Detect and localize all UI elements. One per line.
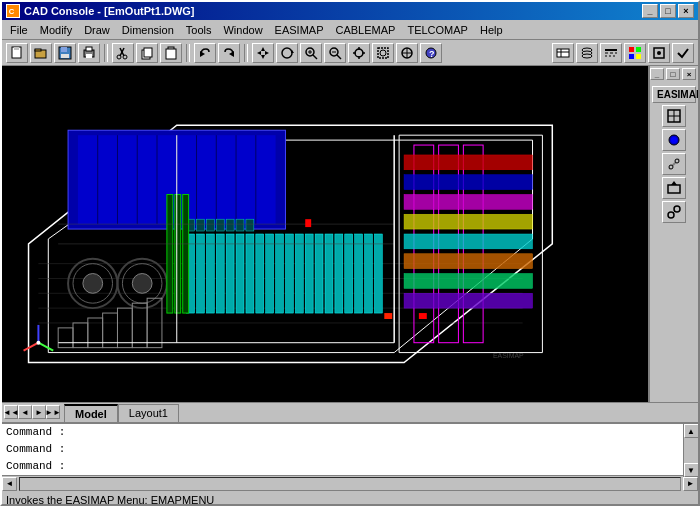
- svg-rect-117: [246, 219, 254, 231]
- svg-line-33: [337, 55, 341, 59]
- svg-rect-97: [246, 234, 254, 313]
- help-button[interactable]: ?: [420, 43, 442, 63]
- svg-rect-112: [197, 219, 205, 231]
- redo-button[interactable]: [218, 43, 240, 63]
- tab-nav-first[interactable]: ◄◄: [4, 405, 18, 419]
- layers-button[interactable]: [576, 43, 598, 63]
- tab-layout1[interactable]: Layout1: [118, 404, 179, 422]
- inner-maximize[interactable]: □: [666, 68, 680, 80]
- svg-rect-104: [315, 234, 323, 313]
- inner-close[interactable]: ×: [682, 68, 696, 80]
- menu-file[interactable]: File: [4, 22, 34, 38]
- scroll-up-button[interactable]: ▲: [684, 424, 699, 438]
- undo-button[interactable]: [194, 43, 216, 63]
- scroll-left-button[interactable]: ◄: [2, 477, 17, 491]
- status-bar: Invokes the EASIMAP Menu: EMAPMENU: [2, 490, 698, 506]
- svg-marker-23: [261, 55, 265, 59]
- svg-rect-161: [668, 185, 680, 193]
- app-icon: C: [6, 4, 20, 18]
- viewport-with-tabs: EASIMAP _ □ × EASIMAP: [2, 66, 698, 422]
- command-line-3: Command :: [2, 458, 682, 475]
- zoom-extents-button[interactable]: [348, 43, 370, 63]
- svg-rect-96: [236, 234, 244, 313]
- svg-text:?: ?: [429, 49, 435, 59]
- checkmark-button[interactable]: [672, 43, 694, 63]
- new-button[interactable]: [6, 43, 28, 63]
- panel-btn-4[interactable]: [662, 177, 686, 199]
- menu-help[interactable]: Help: [474, 22, 509, 38]
- tab-row: ◄◄ ◄ ► ►► Model Layout1: [2, 402, 698, 422]
- pan-button[interactable]: [396, 43, 418, 63]
- svg-rect-125: [167, 194, 173, 313]
- copy-button[interactable]: [136, 43, 158, 63]
- svg-line-29: [313, 55, 317, 59]
- open-button[interactable]: [30, 43, 52, 63]
- svg-rect-107: [345, 234, 353, 313]
- command-scrollbar: ▲ ▼: [683, 424, 698, 477]
- panel-btn-1[interactable]: [662, 105, 686, 127]
- paste-button[interactable]: [160, 43, 182, 63]
- title-bar-left: C CAD Console - [EmOutPt1.DWG]: [6, 4, 195, 18]
- viewport-row: EASIMAP _ □ × EASIMAP: [2, 66, 698, 402]
- print-button[interactable]: [78, 43, 100, 63]
- title-controls: _ □ ×: [642, 4, 694, 18]
- zoom-window-button[interactable]: [372, 43, 394, 63]
- drawing-area[interactable]: EASIMAP: [2, 66, 648, 402]
- menu-window[interactable]: Window: [217, 22, 268, 38]
- scroll-right-button[interactable]: ►: [683, 477, 698, 491]
- svg-rect-7: [61, 47, 67, 52]
- viewport-layout: EASIMAP _ □ × EASIMAP: [2, 66, 698, 506]
- svg-rect-63: [636, 54, 641, 59]
- separator-3: [244, 44, 248, 62]
- inner-minimize[interactable]: _: [650, 68, 664, 80]
- svg-line-165: [673, 211, 675, 213]
- properties-button[interactable]: [552, 43, 574, 63]
- linetype-button[interactable]: [600, 43, 622, 63]
- menu-modify[interactable]: Modify: [34, 22, 78, 38]
- svg-point-14: [117, 55, 121, 59]
- command-area: Command : Command : Command : ▲ ▼ ◄ ►: [2, 422, 698, 490]
- maximize-button[interactable]: □: [660, 4, 676, 18]
- svg-rect-8: [61, 54, 69, 58]
- panel-btn-5[interactable]: [662, 201, 686, 223]
- minimize-button[interactable]: _: [642, 4, 658, 18]
- svg-rect-99: [266, 234, 274, 313]
- zoom-in-button[interactable]: [300, 43, 322, 63]
- status-text: Invokes the EASIMAP Menu: EMAPMENU: [6, 494, 214, 506]
- bottom-scrollbar: ◄ ►: [2, 475, 698, 491]
- object-snap-button[interactable]: [648, 43, 670, 63]
- svg-rect-126: [175, 194, 181, 313]
- menu-bar: File Modify Draw Dimension Tools Window …: [2, 20, 698, 40]
- panel-btn-2[interactable]: [662, 129, 686, 151]
- scroll-down-button[interactable]: ▼: [684, 463, 699, 477]
- svg-rect-47: [557, 49, 569, 57]
- tab-model[interactable]: Model: [64, 404, 118, 422]
- svg-rect-106: [335, 234, 343, 313]
- tab-nav-next[interactable]: ►: [32, 405, 46, 419]
- toolbar: ?: [2, 40, 698, 66]
- zoom-out-button[interactable]: [324, 43, 346, 63]
- svg-rect-92: [197, 234, 205, 313]
- rotate-button[interactable]: [276, 43, 298, 63]
- menu-dimension[interactable]: Dimension: [116, 22, 180, 38]
- svg-rect-98: [256, 234, 264, 313]
- move-button[interactable]: [252, 43, 274, 63]
- color-button[interactable]: [624, 43, 646, 63]
- command-line-2: Command :: [2, 441, 682, 458]
- h-scroll-track[interactable]: [19, 477, 681, 491]
- menu-draw[interactable]: Draw: [78, 22, 116, 38]
- save-button[interactable]: [54, 43, 76, 63]
- close-button[interactable]: ×: [678, 4, 694, 18]
- svg-rect-139: [404, 293, 532, 308]
- cut-button[interactable]: [112, 43, 134, 63]
- menu-easimap[interactable]: EASIMAP: [269, 22, 330, 38]
- menu-telcomap[interactable]: TELCOMAP: [401, 22, 474, 38]
- panel-btn-3[interactable]: [662, 153, 686, 175]
- svg-rect-134: [404, 194, 532, 209]
- tab-nav-last[interactable]: ►►: [46, 405, 60, 419]
- svg-rect-17: [144, 48, 152, 57]
- right-panel: _ □ × EASIMAP: [648, 66, 698, 402]
- tab-nav-prev[interactable]: ◄: [18, 405, 32, 419]
- menu-cablemap[interactable]: CABLEMAP: [330, 22, 402, 38]
- menu-tools[interactable]: Tools: [180, 22, 218, 38]
